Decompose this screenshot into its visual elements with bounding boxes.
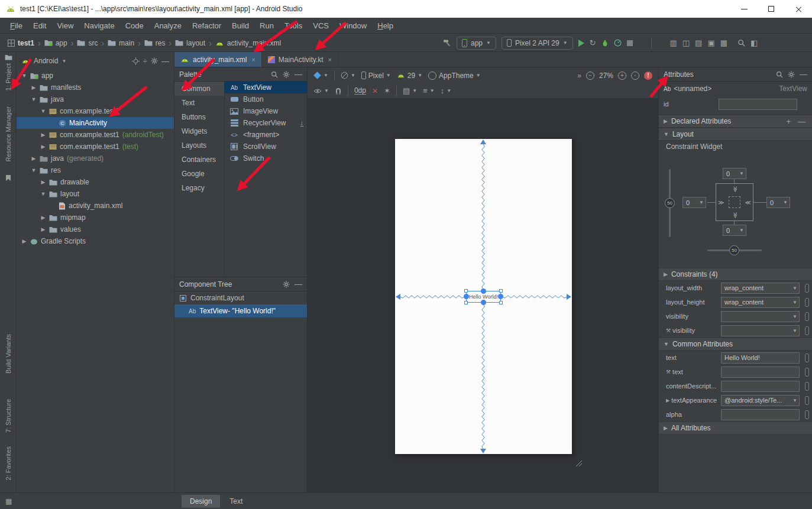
- search-icon[interactable]: [271, 71, 278, 78]
- tools-attribute-toggle[interactable]: [805, 326, 809, 335]
- anchor-right[interactable]: [498, 294, 503, 299]
- attribute-value-input[interactable]: [721, 381, 800, 392]
- debug-icon[interactable]: [601, 40, 609, 47]
- clear-constraints-icon[interactable]: ✕: [372, 87, 378, 95]
- resize-handle-nw[interactable]: [464, 289, 468, 293]
- component-textview-hello-world[interactable]: AbTextView- "Hello World!": [174, 304, 307, 317]
- breadcrumb-src[interactable]: src: [75, 39, 99, 47]
- vertical-bias-handle[interactable]: 50: [665, 198, 675, 208]
- hide-panel-icon[interactable]: —: [800, 70, 807, 79]
- device-dropdown[interactable]: Pixel 2 API 29 ▼: [502, 37, 573, 50]
- tree-item-layout[interactable]: ▼layout: [17, 188, 174, 200]
- attribute-value-input[interactable]: [721, 352, 800, 364]
- margin-right-dropdown[interactable]: 0▼: [766, 197, 790, 208]
- attribute-value-dropdown[interactable]: wrap_content▼: [721, 283, 800, 294]
- tool-window-switcher-icon[interactable]: ▦: [5, 497, 12, 505]
- guidelines-dropdown[interactable]: ↕▼: [441, 86, 451, 95]
- tree-item-com-example-test1[interactable]: ▼com.example.test1: [17, 105, 174, 117]
- apply-changes-icon[interactable]: ↻: [590, 38, 596, 47]
- palette-item-scrollview[interactable]: ScrollView: [225, 141, 307, 153]
- avd-manager-icon[interactable]: ▦: [720, 38, 727, 47]
- palette-item-button[interactable]: Button: [225, 93, 307, 105]
- chevron-right-icon[interactable]: ▶: [31, 85, 37, 90]
- palette-category-common[interactable]: Common: [174, 82, 224, 96]
- all-attributes-section[interactable]: ▶ All Attributes: [659, 422, 812, 435]
- attribute-value-dropdown[interactable]: @android:style/Te...▼: [721, 395, 800, 406]
- tool-window-build-variants[interactable]: Build Variants: [0, 334, 17, 374]
- tree-item-mainactivity[interactable]: CMainActivity: [17, 117, 174, 129]
- menu-help[interactable]: Help: [372, 21, 399, 30]
- design-tab[interactable]: Design: [182, 495, 220, 508]
- tools-attribute-toggle[interactable]: [805, 410, 809, 419]
- menu-code[interactable]: Code: [120, 21, 149, 30]
- margin-top-dropdown[interactable]: 0▼: [723, 168, 746, 179]
- menu-navigate[interactable]: Navigate: [79, 21, 119, 30]
- menu-edit[interactable]: Edit: [28, 21, 51, 30]
- theme-selector-dropdown[interactable]: AppTheme ▼: [428, 72, 481, 80]
- chevron-right-icon[interactable]: ▶: [40, 226, 46, 232]
- breadcrumb-test1[interactable]: test1: [6, 39, 36, 47]
- palette-category-widgets[interactable]: Widgets: [174, 124, 224, 138]
- attribute-value-input[interactable]: [721, 367, 800, 378]
- palette-category-containers[interactable]: Containers: [174, 153, 224, 167]
- tree-item-mipmap[interactable]: ▶mipmap: [17, 212, 174, 223]
- close-tab-icon[interactable]: ×: [328, 56, 332, 63]
- api-selector-dropdown[interactable]: 29 ▼: [397, 72, 422, 80]
- text-tab[interactable]: Text: [221, 495, 251, 508]
- settings-gear-icon[interactable]: [283, 71, 290, 78]
- close-tab-icon[interactable]: ×: [251, 56, 255, 63]
- tree-item-com-example-test1-test[interactable]: ▶com.example.test1(test): [17, 141, 174, 153]
- remove-attribute-icon[interactable]: —: [796, 117, 807, 126]
- settings-gear-icon[interactable]: [283, 281, 290, 288]
- tool-window-project[interactable]: 1: Project: [0, 54, 17, 90]
- attribute-value-dropdown[interactable]: ▼: [721, 325, 800, 336]
- overflow-chevrons-icon[interactable]: »: [577, 72, 581, 80]
- device-artboard[interactable]: Hello World!: [395, 139, 572, 454]
- download-icon[interactable]: ↓: [300, 119, 304, 127]
- menu-window[interactable]: Window: [334, 21, 372, 30]
- menu-vcs[interactable]: VCS: [308, 21, 334, 30]
- common-attributes-section[interactable]: ▼ Common Attributes: [659, 338, 812, 351]
- tree-item-app[interactable]: ▼app: [17, 70, 174, 82]
- tool-window-favorites[interactable]: 2: Favorites: [0, 446, 17, 480]
- collapse-all-icon[interactable]: ÷: [143, 57, 147, 66]
- search-icon[interactable]: [776, 71, 783, 78]
- tree-item-activity-main-xml[interactable]: activity_main.xml: [17, 200, 174, 212]
- resize-grip-icon[interactable]: [574, 458, 583, 468]
- tree-item-java-generated[interactable]: ▶java(generated): [17, 153, 174, 164]
- breadcrumb-app[interactable]: app: [43, 39, 69, 47]
- chevron-right-icon[interactable]: ▶: [21, 238, 27, 244]
- chevron-down-icon[interactable]: ▼: [40, 191, 46, 197]
- hide-panel-icon[interactable]: —: [295, 280, 302, 288]
- align-dropdown[interactable]: ≡▼: [423, 86, 435, 95]
- orientation-dropdown[interactable]: ▼: [341, 72, 355, 79]
- chevron-right-icon[interactable]: ▶: [40, 144, 46, 150]
- menu-tools[interactable]: Tools: [279, 21, 308, 30]
- tools-attribute-toggle[interactable]: [805, 312, 809, 321]
- device-file-explorer-icon[interactable]: ◫: [682, 38, 690, 47]
- tool-window-resource-manager[interactable]: Resource Manager: [0, 106, 17, 162]
- zoom-in-icon[interactable]: +: [618, 72, 626, 80]
- tree-item-res[interactable]: ▼res: [17, 164, 174, 176]
- palette-item-fragment[interactable]: <><fragment>: [225, 129, 307, 141]
- run-config-dropdown[interactable]: app ▼: [457, 37, 496, 50]
- tree-item-com-example-test1-androidtest[interactable]: ▶com.example.test1(androidTest): [17, 129, 174, 141]
- editor-tab-activity-main-xml[interactable]: activity_main.xml×: [174, 52, 262, 67]
- chevron-right-icon[interactable]: ▶: [40, 179, 46, 185]
- project-view-selector[interactable]: Android: [34, 57, 58, 65]
- menu-file[interactable]: File: [5, 21, 28, 30]
- chevron-down-icon[interactable]: ▼: [31, 96, 37, 102]
- search-everywhere-icon[interactable]: [737, 39, 745, 47]
- palette-category-layouts[interactable]: Layouts: [174, 138, 224, 153]
- layout-section[interactable]: ▼ Layout: [659, 128, 812, 141]
- tree-item-java[interactable]: ▼java: [17, 93, 174, 105]
- tools-attribute-toggle[interactable]: [805, 396, 809, 405]
- breadcrumb-res[interactable]: res: [143, 39, 167, 47]
- infer-constraints-icon[interactable]: ✶: [384, 86, 390, 95]
- resize-handle-se[interactable]: [499, 301, 503, 304]
- settings-gear-icon[interactable]: [788, 71, 795, 78]
- design-canvas[interactable]: Hello World!: [308, 99, 658, 492]
- zoom-fit-icon[interactable]: ▫: [631, 72, 639, 80]
- stop-icon[interactable]: [627, 40, 633, 46]
- chevron-right-icon[interactable]: ▶: [666, 398, 669, 403]
